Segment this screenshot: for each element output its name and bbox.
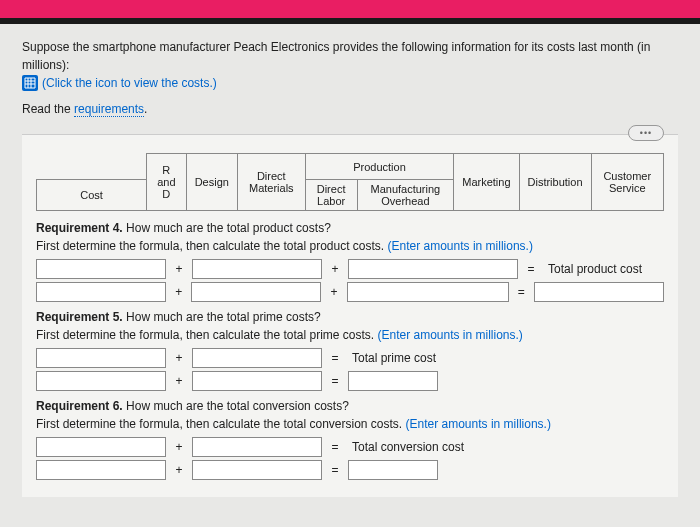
requirements-link[interactable]: requirements: [74, 102, 144, 117]
req5-row2: + =: [36, 371, 664, 391]
hdr-dl: Direct Labor: [305, 180, 357, 211]
hdr-moh: Manufacturing Overhead: [357, 180, 454, 211]
eq-op: =: [515, 285, 528, 299]
req4-instr-prefix: First determine the formula, then calcul…: [36, 239, 388, 253]
req6-row1: + = Total conversion cost: [36, 437, 664, 457]
intro-text: Suppose the smartphone manufacturer Peac…: [22, 38, 678, 94]
req4-q: How much are the total product costs?: [123, 221, 331, 235]
req5-result-label: Total prime cost: [352, 351, 436, 365]
plus-op: +: [172, 440, 186, 454]
req5-result[interactable]: [348, 371, 438, 391]
req6-instr-hint: (Enter amounts in millions.): [406, 417, 551, 431]
view-costs-link[interactable]: (Click the icon to view the costs.): [22, 74, 217, 92]
hdr-rd: R and D: [147, 154, 187, 211]
req6-q: How much are the total conversion costs?: [123, 399, 349, 413]
more-button[interactable]: •••: [628, 125, 664, 141]
hdr-design: Design: [186, 154, 237, 211]
plus-op: +: [327, 285, 340, 299]
req4-term3[interactable]: [348, 259, 518, 279]
window-top-bar: [0, 0, 700, 18]
req5-term1[interactable]: [36, 348, 166, 368]
req6-title-line: Requirement 6. How much are the total co…: [36, 399, 664, 413]
req4-row1: + + = Total product cost: [36, 259, 664, 279]
req4-val2[interactable]: [191, 282, 321, 302]
req5-row1: + = Total prime cost: [36, 348, 664, 368]
req5-instr-prefix: First determine the formula, then calcul…: [36, 328, 377, 342]
req6-val2[interactable]: [192, 460, 322, 480]
req6-term2[interactable]: [192, 437, 322, 457]
req4-result-label: Total product cost: [548, 262, 642, 276]
hdr-distribution: Distribution: [519, 154, 591, 211]
req5-instr-hint: (Enter amounts in millions.): [377, 328, 522, 342]
req5-instr: First determine the formula, then calcul…: [36, 328, 664, 342]
eq-op: =: [328, 374, 342, 388]
req5-title: Requirement 5.: [36, 310, 123, 324]
read-prefix: Read the: [22, 102, 74, 116]
req4-instr-hint: (Enter amounts in millions.): [388, 239, 533, 253]
req6-instr: First determine the formula, then calcul…: [36, 417, 664, 431]
read-requirements: Read the requirements.: [22, 102, 678, 116]
eq-op: =: [328, 463, 342, 477]
req6-instr-prefix: First determine the formula, then calcul…: [36, 417, 406, 431]
req6-title: Requirement 6.: [36, 399, 123, 413]
plus-op: +: [172, 285, 185, 299]
req5-q: How much are the total prime costs?: [123, 310, 321, 324]
intro-line1: Suppose the smartphone manufacturer Peac…: [22, 40, 650, 72]
cost-headers-table: R and D Design Direct Materials Producti…: [36, 153, 664, 211]
req5-term2[interactable]: [192, 348, 322, 368]
req4-result[interactable]: [534, 282, 664, 302]
content-card: ••• R and D Design Direct Materials Prod…: [22, 134, 678, 497]
req6-result-label: Total conversion cost: [352, 440, 464, 454]
req4-row2: + + =: [36, 282, 664, 302]
view-costs-text: (Click the icon to view the costs.): [42, 74, 217, 92]
req6-val1[interactable]: [36, 460, 166, 480]
plus-op: +: [172, 262, 186, 276]
req6-term1[interactable]: [36, 437, 166, 457]
req4-instr: First determine the formula, then calcul…: [36, 239, 664, 253]
req5-val2[interactable]: [192, 371, 322, 391]
plus-op: +: [328, 262, 342, 276]
hdr-dm: Direct Materials: [237, 154, 305, 211]
plus-op: +: [172, 374, 186, 388]
req6-result[interactable]: [348, 460, 438, 480]
req4-title: Requirement 4.: [36, 221, 123, 235]
plus-op: +: [172, 463, 186, 477]
req4-term2[interactable]: [192, 259, 322, 279]
req4-val3[interactable]: [347, 282, 509, 302]
page-body: Suppose the smartphone manufacturer Peac…: [0, 24, 700, 527]
req4-title-line: Requirement 4. How much are the total pr…: [36, 221, 664, 235]
plus-op: +: [172, 351, 186, 365]
eq-op: =: [328, 351, 342, 365]
req5-val1[interactable]: [36, 371, 166, 391]
hdr-cs: Customer Service: [591, 154, 663, 211]
table-icon: [22, 75, 38, 91]
req6-row2: + =: [36, 460, 664, 480]
hdr-production: Production: [305, 154, 454, 180]
req5-title-line: Requirement 5. How much are the total pr…: [36, 310, 664, 324]
req4-val1[interactable]: [36, 282, 166, 302]
hdr-cost: Cost: [37, 180, 147, 211]
eq-op: =: [524, 262, 538, 276]
req4-term1[interactable]: [36, 259, 166, 279]
eq-op: =: [328, 440, 342, 454]
hdr-marketing: Marketing: [454, 154, 519, 211]
